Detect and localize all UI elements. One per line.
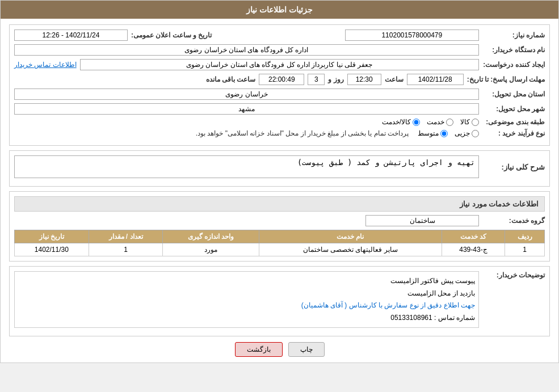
buyer-org-value: اداره کل فرودگاه های استان خراسان رضوی: [14, 44, 479, 56]
table-row: 1 ج-43-439 سایر فعالیتهای تخصصی ساختمان …: [15, 243, 545, 256]
buyer-notes-label: توضیحات خریدار:: [482, 271, 545, 279]
purchase-type-label: نوع فرآیند خرید :: [482, 129, 545, 137]
contact-info-link[interactable]: اطلاعات تماس خریدار: [14, 61, 77, 69]
publication-date-label: تاریخ و ساعت اعلان عمومی:: [131, 31, 212, 39]
radio-khedmat-label: خدمت: [427, 118, 444, 126]
requester-label: ایجاد کننده درخواست:: [482, 61, 545, 69]
response-deadline-row: مهلت ارسال پاسخ: تا تاریخ: 1402/11/28 سا…: [14, 74, 545, 85]
purchase-type-motavasset[interactable]: متوسط: [418, 129, 448, 137]
purchase-type-radio-group: جزیی متوسط: [418, 129, 479, 137]
buyer-org-label: نام دستگاه خریدار:: [482, 46, 545, 54]
need-number-label: شماره نیاز:: [482, 31, 545, 39]
need-number-row: شماره نیاز: 1102001578000479 تاریخ و ساع…: [14, 29, 545, 41]
service-group-label: گروه خدمت:: [482, 217, 545, 225]
category-radio-khedmat[interactable]: خدمت: [427, 118, 453, 126]
radio-motavasset-input[interactable]: [440, 130, 448, 137]
radio-kala-input[interactable]: [472, 119, 479, 126]
notes-line1: پیوست پیش فاکتور الزامیست: [18, 275, 475, 288]
col-code: کد خدمت: [442, 230, 505, 243]
buyer-notes-section: توضیحات خریدار: پیوست پیش فاکتور الزامیس…: [9, 266, 550, 336]
radio-khedmat-input[interactable]: [446, 119, 453, 126]
deadline-date-value: 1402/11/28: [407, 74, 464, 85]
need-number-value: 1102001578000479: [345, 29, 479, 41]
category-radio-kala-khedmat[interactable]: کالا/خدمت: [382, 118, 420, 126]
province-value: خراسان رضوی: [14, 88, 479, 100]
need-description-section: شرح کلی نیاز:: [9, 150, 550, 187]
time-label: ساعت: [385, 75, 404, 83]
page-header: جزئیات اطلاعات نیاز: [1, 1, 558, 19]
service-table: ردیف کد خدمت نام خدمت واحد اندازه گیری ت…: [14, 230, 545, 256]
radio-kala-khedmat-input[interactable]: [413, 119, 420, 126]
service-info-title: اطلاعات خدمات مورد نیاز: [14, 196, 545, 212]
cell-code: ج-43-439: [442, 243, 505, 256]
radio-motavasset-label: متوسط: [418, 129, 439, 137]
radio-jozi-label: جزیی: [455, 129, 470, 137]
col-unit: واحد اندازه گیری: [163, 230, 259, 243]
need-desc-section-title: شرح کلی نیاز:: [482, 163, 545, 171]
day-label: روز و: [328, 75, 343, 83]
service-info-section: اطلاعات خدمات مورد نیاز گروه خدمت: ساختم…: [9, 191, 550, 262]
requester-value: جعفر قلی نیا کاربرداز اداره کل فرودگاه ه…: [80, 59, 479, 70]
service-group-value: ساختمان: [365, 215, 479, 226]
need-desc-textarea[interactable]: [14, 155, 479, 178]
category-radio-kala[interactable]: کالا: [460, 118, 479, 126]
main-form-section: شماره نیاز: 1102001578000479 تاریخ و ساع…: [9, 24, 550, 146]
purchase-type-row: نوع فرآیند خرید : جزیی متوسط پرداخت تمام…: [14, 129, 545, 137]
cell-row: 1: [505, 243, 545, 256]
radio-kala-khedmat-label: کالا/خدمت: [382, 118, 411, 126]
col-qty: تعداد / مقدار: [89, 230, 163, 243]
category-radio-group: کالا خدمت کالا/خدمت: [382, 118, 479, 126]
purchase-type-jozi[interactable]: جزیی: [455, 129, 479, 137]
radio-kala-label: کالا: [460, 118, 470, 126]
buyer-notes-content: پیوست پیش فاکتور الزامیست بازدید از محل …: [14, 271, 479, 328]
cell-unit: مورد: [163, 243, 259, 256]
cell-qty: 1: [89, 243, 163, 256]
city-label: شهر محل تحویل:: [482, 105, 545, 113]
col-date: تاریخ نیاز: [15, 230, 89, 243]
need-desc-row: شرح کلی نیاز:: [14, 155, 545, 178]
category-row: طبقه بندی موضوعی: کالا خدمت کالا/خدمت: [14, 118, 545, 126]
button-row: چاپ بازگشت: [9, 342, 550, 357]
deadline-remain-value: 22:00:49: [259, 74, 304, 85]
cell-date: 1402/11/30: [15, 243, 89, 256]
city-value: مشهد: [14, 103, 479, 115]
notes-line3: جهت اطلاع دقیق از نوع سفارش با کارشناس (…: [18, 300, 475, 312]
purchase-type-note: پرداخت تمام یا بخشی از مبلغ خریدار از مح…: [196, 129, 409, 137]
remain-label: ساعت باقی مانده: [206, 75, 256, 83]
city-row: شهر محل تحویل: مشهد: [14, 103, 545, 115]
notes-line2: بازدید از محل الزامیست: [18, 288, 475, 300]
requester-row: ایجاد کننده درخواست: جعفر قلی نیا کاربرد…: [14, 59, 545, 70]
province-row: استان محل تحویل: خراسان رضوی: [14, 88, 545, 100]
back-button[interactable]: بازگشت: [235, 342, 283, 357]
publication-date-value: 1402/11/24 - 12:26: [14, 29, 128, 41]
print-button[interactable]: چاپ: [288, 342, 325, 357]
deadline-days-value: 3: [308, 74, 325, 85]
page-title: جزئیات اطلاعات نیاز: [246, 5, 313, 14]
response-deadline-label: مهلت ارسال پاسخ: تا تاریخ:: [467, 75, 545, 83]
notes-line4: شماره تماس : 05133108961: [18, 312, 475, 324]
deadline-time-value: 12:30: [347, 74, 381, 85]
buyer-org-row: نام دستگاه خریدار: اداره کل فرودگاه های …: [14, 44, 545, 56]
service-group-row: گروه خدمت: ساختمان: [14, 215, 545, 226]
buyer-notes-row: توضیحات خریدار: پیوست پیش فاکتور الزامیس…: [14, 271, 545, 328]
col-row: ردیف: [505, 230, 545, 243]
radio-jozi-input[interactable]: [472, 130, 479, 137]
col-name: نام خدمت: [259, 230, 442, 243]
province-label: استان محل تحویل:: [482, 90, 545, 98]
cell-name: سایر فعالیتهای تخصصی ساختمان: [259, 243, 442, 256]
category-label: طبقه بندی موضوعی:: [482, 118, 545, 126]
